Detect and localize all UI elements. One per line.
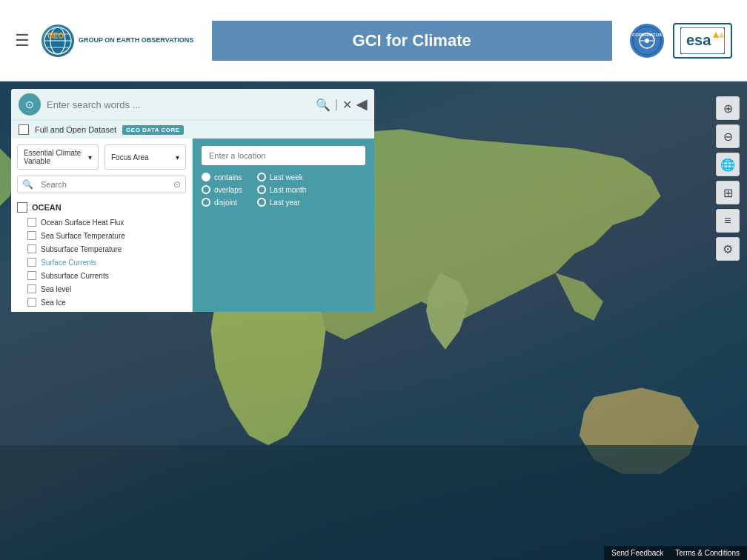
panel-body: Essential Climate Variable ▾ Focus Area … xyxy=(11,139,374,312)
left-list: Essential Climate Variable ▾ Focus Area … xyxy=(11,139,193,312)
item-label: Sea level xyxy=(41,285,71,293)
grid-icon: ⊞ xyxy=(723,186,733,200)
focus-label: Focus Area xyxy=(111,153,149,161)
layers-icon: ≡ xyxy=(724,214,731,227)
right-toolbar: ⊕ ⊖ 🌐 ⊞ ≡ ⚙ xyxy=(716,96,740,261)
menu-icon[interactable]: ☰ xyxy=(15,31,30,50)
last-month-radio-circle xyxy=(257,185,266,194)
right-filter-panel: contains overlaps disjoint xyxy=(193,139,374,312)
overlaps-label: overlaps xyxy=(214,186,242,194)
geo-logo: GEO GROUP ON EARTH OBSERVATIONS xyxy=(42,24,193,57)
list-search-clear-icon[interactable]: ⊙ xyxy=(169,176,185,193)
ecv-chevron-icon: ▾ xyxy=(88,153,92,161)
item-label: Sea Surface Temperature xyxy=(41,232,125,240)
dataset-row: Full and Open Dataset GEO DATA CORE xyxy=(11,120,374,139)
clear-search-icon[interactable]: ✕ xyxy=(342,98,352,112)
zoom-out-button[interactable]: ⊖ xyxy=(716,124,740,148)
list-item[interactable]: Sea Surface Temperature xyxy=(17,229,186,242)
search-submit-icon[interactable]: 🔍 xyxy=(316,98,331,112)
last-week-radio[interactable]: Last week xyxy=(257,173,306,181)
geo-logo-circle: GEO xyxy=(42,24,74,57)
focus-chevron-icon: ▾ xyxy=(176,153,179,161)
svg-text:COPERNICUS: COPERNICUS xyxy=(632,33,662,37)
list-item[interactable]: Subsurface Temperature xyxy=(17,242,186,256)
settings-button[interactable]: ⚙ xyxy=(716,237,740,261)
zoom-in-icon: ⊕ xyxy=(723,101,733,116)
footer-bar: Send Feedback Terms & Conditions xyxy=(604,546,747,560)
search-bar: ⊙ 🔍 | ✕ ◀ xyxy=(11,89,374,120)
search-actions: 🔍 | ✕ ◀ xyxy=(316,96,367,113)
disjoint-label: disjoint xyxy=(214,199,237,207)
full-open-dataset-checkbox[interactable] xyxy=(19,124,29,135)
list-scroll[interactable]: OCEAN Ocean Surface Heat Flux Sea Surfac… xyxy=(11,196,192,312)
zoom-out-icon: ⊖ xyxy=(723,130,733,144)
feedback-link[interactable]: Send Feedback xyxy=(611,549,663,557)
filter-icon: ⊙ xyxy=(25,99,34,110)
overlaps-radio[interactable]: overlaps xyxy=(202,185,242,194)
svg-text:esa: esa xyxy=(686,32,711,48)
last-week-radio-circle xyxy=(257,173,266,181)
dropdowns-row: Essential Climate Variable ▾ Focus Area … xyxy=(11,139,192,173)
svg-text:GEO: GEO xyxy=(47,32,64,40)
search-circle-button[interactable]: ⊙ xyxy=(19,93,41,116)
grid-button[interactable]: ⊞ xyxy=(716,181,740,204)
back-button[interactable]: ◀ xyxy=(356,96,367,113)
list-search-input[interactable] xyxy=(38,177,169,192)
copernicus-logo: COPERNICUS xyxy=(630,24,664,58)
ocean-category-label: OCEAN xyxy=(32,203,62,212)
subsurface-temp-checkbox[interactable] xyxy=(27,244,36,253)
disjoint-radio-circle xyxy=(202,198,210,207)
surface-currents-checkbox[interactable] xyxy=(27,258,36,267)
last-month-radio[interactable]: Last month xyxy=(257,185,306,194)
list-search-bar: 🔍 ⊙ xyxy=(17,176,186,193)
item-label: Subsurface Temperature xyxy=(41,245,122,253)
top-bar: ☰ GEO GROUP ON EARTH OBSERVATIONS GCI fo… xyxy=(0,0,747,81)
page-title: GCI for Climate xyxy=(212,21,612,61)
list-item[interactable]: Ocean Surface Heat Flux xyxy=(17,216,186,229)
surface-currents-label: Surface Currents xyxy=(41,259,97,267)
filter-groups: contains overlaps disjoint xyxy=(202,173,365,207)
ocean-checkbox[interactable] xyxy=(17,202,27,213)
geo-data-badge: GEO DATA CORE xyxy=(122,125,184,135)
settings-icon: ⚙ xyxy=(723,242,733,256)
last-year-label: Last year xyxy=(270,199,300,207)
search-input[interactable] xyxy=(47,99,310,110)
sea-surface-temp-checkbox[interactable] xyxy=(27,231,36,240)
ecv-label: Essential Climate Variable xyxy=(24,149,88,165)
layers-button[interactable]: ≡ xyxy=(716,209,740,233)
contains-radio[interactable]: contains xyxy=(202,173,242,181)
disjoint-radio[interactable]: disjoint xyxy=(202,198,242,207)
time-filter-col: Last week Last month Last year xyxy=(257,173,306,207)
geo-logo-text: GROUP ON EARTH OBSERVATIONS xyxy=(79,36,193,45)
last-month-label: Last month xyxy=(270,186,306,194)
location-input[interactable] xyxy=(202,146,365,165)
ecv-dropdown[interactable]: Essential Climate Variable ▾ xyxy=(17,144,99,170)
subsurface-currents-checkbox[interactable] xyxy=(27,271,36,280)
zoom-in-button[interactable]: ⊕ xyxy=(716,96,740,120)
terms-link[interactable]: Terms & Conditions xyxy=(675,549,740,557)
svg-rect-17 xyxy=(0,445,747,560)
sea-level-checkbox[interactable] xyxy=(27,284,36,293)
esa-logo: esa xyxy=(673,23,732,59)
top-bar-left: ☰ GEO GROUP ON EARTH OBSERVATIONS xyxy=(15,24,193,57)
item-label: Ocean Surface Heat Flux xyxy=(41,219,124,227)
contains-radio-circle xyxy=(202,173,210,181)
item-label: Subsurface Currents xyxy=(41,272,109,280)
dataset-label: Full and Open Dataset xyxy=(35,125,116,134)
last-year-radio[interactable]: Last year xyxy=(257,198,306,207)
item-label: Sea Ice xyxy=(41,299,66,307)
list-item[interactable]: Sea level xyxy=(17,282,186,296)
category-ocean[interactable]: OCEAN xyxy=(17,199,186,216)
contains-label: contains xyxy=(214,173,242,181)
map-area[interactable]: ⊕ ⊖ 🌐 ⊞ ≡ ⚙ Send Feedback Terms & Condit… xyxy=(0,81,747,560)
surface-currents-item[interactable]: Surface Currents xyxy=(17,256,186,269)
overlaps-radio-circle xyxy=(202,185,210,194)
focus-area-dropdown[interactable]: Focus Area ▾ xyxy=(104,144,186,170)
list-search-icon[interactable]: 🔍 xyxy=(18,176,38,193)
list-item[interactable]: Sea Ice xyxy=(17,296,186,309)
sea-ice-checkbox[interactable] xyxy=(27,298,36,307)
spatial-filter-col: contains overlaps disjoint xyxy=(202,173,242,207)
globe-button[interactable]: 🌐 xyxy=(716,153,740,176)
list-item[interactable]: Subsurface Currents xyxy=(17,269,186,282)
ocean-heat-flux-checkbox[interactable] xyxy=(27,218,36,227)
